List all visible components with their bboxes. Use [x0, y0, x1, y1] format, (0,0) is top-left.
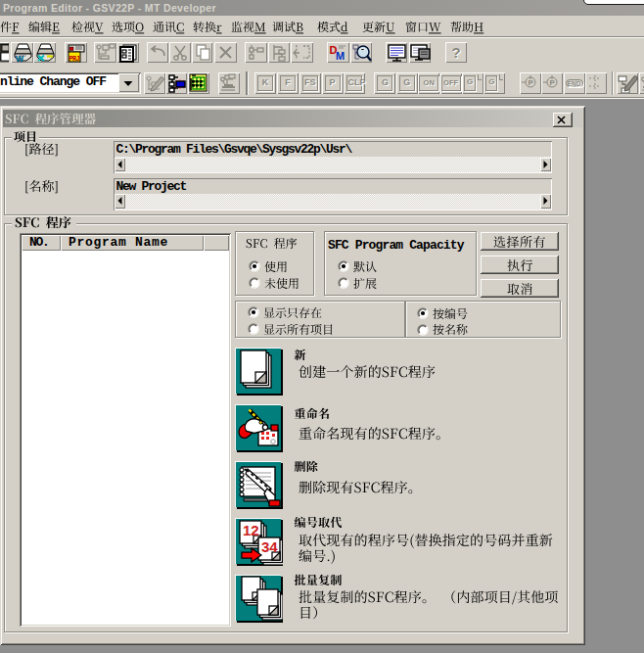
- svg-text:M: M: [336, 50, 345, 62]
- svg-text:P: P: [550, 78, 556, 87]
- svg-text:PRJ: PRJ: [69, 54, 79, 62]
- svg-text:34: 34: [261, 538, 278, 555]
- svg-text:W: W: [16, 54, 24, 63]
- svg-text:P: P: [528, 78, 533, 87]
- svg-text:12: 12: [243, 522, 259, 538]
